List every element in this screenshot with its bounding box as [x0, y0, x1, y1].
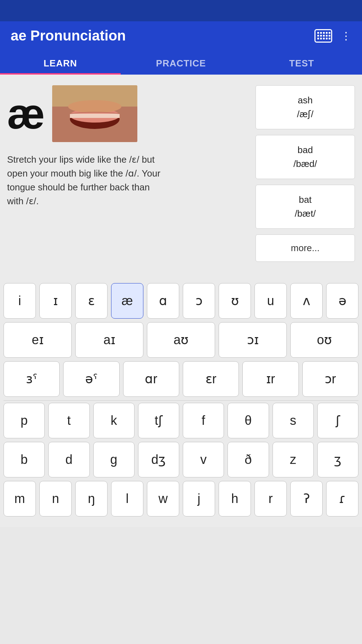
top-section: æ Stretch your lips wide like the /ɛ/ bu… — [7, 85, 355, 262]
key-j[interactable]: j — [183, 481, 215, 516]
key-horseshoe[interactable]: ʊ — [219, 283, 251, 319]
tab-practice[interactable]: PRACTICE — [121, 50, 241, 75]
key-i[interactable]: i — [4, 283, 36, 319]
word-card-ash-text: ash /æʃ/ — [267, 93, 344, 121]
key-script-a[interactable]: ɑ — [147, 283, 179, 319]
key-eth[interactable]: ð — [227, 442, 269, 477]
key-epsilon[interactable]: ɛ — [75, 283, 108, 319]
key-zh[interactable]: ʒ — [317, 442, 358, 477]
svg-point-5 — [68, 100, 121, 113]
key-k[interactable]: k — [93, 403, 135, 438]
right-panel: ash /æʃ/ bad /bæd/ bat /bæt/ more... — [256, 85, 355, 262]
word-card-bat-text: bat /bæt/ — [267, 193, 344, 221]
svg-rect-4 — [70, 114, 120, 118]
app-title: ae Pronunciation — [11, 28, 126, 44]
key-l[interactable]: l — [111, 481, 143, 516]
more-words-button[interactable]: more... — [256, 234, 355, 262]
keyboard-divider — [4, 400, 358, 401]
key-ei[interactable]: eɪ — [4, 322, 72, 358]
key-z[interactable]: z — [273, 442, 314, 477]
left-panel: æ Stretch your lips wide like the /ɛ/ bu… — [7, 85, 248, 262]
key-small-i[interactable]: ɪ — [39, 283, 72, 319]
phoneme-row: æ — [7, 85, 248, 142]
keyboard-row-6: m n ŋ l w j h r ʔ ɾ — [4, 481, 358, 516]
word-card-ash[interactable]: ash /æʃ/ — [256, 85, 355, 129]
word-card-bad[interactable]: bad /bæd/ — [256, 135, 355, 179]
key-wedge[interactable]: ʌ — [290, 283, 323, 319]
keyboard-row-4: p t k tʃ f θ s ʃ — [4, 403, 358, 438]
key-oi[interactable]: ɔɪ — [219, 322, 287, 358]
key-p[interactable]: p — [4, 403, 45, 438]
key-s[interactable]: s — [273, 403, 314, 438]
keyboard-row-5: b d g dʒ v ð z ʒ — [4, 442, 358, 477]
keyboard-row-3: ɜˤ əˤ ɑr ɛr ɪr ɔr — [4, 361, 358, 397]
keyboard-row-1: i ɪ ɛ æ ɑ ɔ ʊ u ʌ ə — [4, 283, 358, 319]
tab-learn[interactable]: LEARN — [0, 50, 121, 75]
key-t[interactable]: t — [48, 403, 89, 438]
key-open-o[interactable]: ɔ — [183, 283, 215, 319]
key-tsh[interactable]: tʃ — [138, 403, 179, 438]
key-ai[interactable]: aɪ — [75, 322, 143, 358]
key-er-2[interactable]: əˤ — [63, 361, 119, 397]
tab-test[interactable]: TEST — [241, 50, 362, 75]
key-n[interactable]: n — [39, 481, 72, 516]
key-d[interactable]: d — [48, 442, 89, 477]
word-card-bad-text: bad /bæd/ — [267, 143, 344, 171]
key-schwa[interactable]: ə — [326, 283, 358, 319]
keyboard-icon[interactable] — [314, 29, 332, 43]
app-bar-icons: ⋮ — [314, 29, 351, 43]
key-glottal[interactable]: ʔ — [290, 481, 323, 516]
more-label: more... — [291, 243, 320, 253]
more-menu-button[interactable]: ⋮ — [341, 29, 351, 42]
key-ir[interactable]: ɪr — [242, 361, 298, 397]
phoneme-description: Stretch your lips wide like the /ɛ/ but … — [7, 153, 163, 208]
key-ae[interactable]: æ — [111, 283, 143, 319]
keyboard-row-2: eɪ aɪ aʊ ɔɪ oʊ — [4, 322, 358, 358]
mouth-svg — [52, 85, 137, 142]
key-eng[interactable]: ŋ — [75, 481, 108, 516]
key-w[interactable]: w — [147, 481, 179, 516]
word-card-bat[interactable]: bat /bæt/ — [256, 185, 355, 229]
mouth-image — [52, 85, 137, 142]
key-au[interactable]: aʊ — [147, 322, 215, 358]
tab-bar: LEARN PRACTICE TEST — [0, 50, 362, 75]
key-u[interactable]: u — [254, 283, 287, 319]
key-r[interactable]: r — [254, 481, 287, 516]
key-h[interactable]: h — [219, 481, 251, 516]
key-ou[interactable]: oʊ — [290, 322, 358, 358]
key-b[interactable]: b — [4, 442, 45, 477]
key-v[interactable]: v — [183, 442, 224, 477]
key-f[interactable]: f — [183, 403, 224, 438]
key-dzh[interactable]: dʒ — [138, 442, 179, 477]
key-m[interactable]: m — [4, 481, 36, 516]
key-sh[interactable]: ʃ — [317, 403, 358, 438]
phoneme-symbol: æ — [7, 92, 45, 135]
key-er-1[interactable]: ɜˤ — [4, 361, 60, 397]
key-theta[interactable]: θ — [227, 403, 269, 438]
app-bar: ae Pronunciation ⋮ — [0, 21, 362, 50]
key-flap[interactable]: ɾ — [326, 481, 358, 516]
key-er-3[interactable]: ɛr — [183, 361, 239, 397]
status-bar — [0, 0, 362, 21]
key-ar[interactable]: ɑr — [123, 361, 179, 397]
main-content: æ Stretch your lips wide like the /ɛ/ bu… — [0, 75, 362, 280]
ipa-keyboard: i ɪ ɛ æ ɑ ɔ ʊ u ʌ ə eɪ aɪ aʊ ɔɪ oʊ ɜˤ əˤ… — [0, 280, 362, 527]
key-g[interactable]: g — [93, 442, 135, 477]
key-or[interactable]: ɔr — [302, 361, 358, 397]
